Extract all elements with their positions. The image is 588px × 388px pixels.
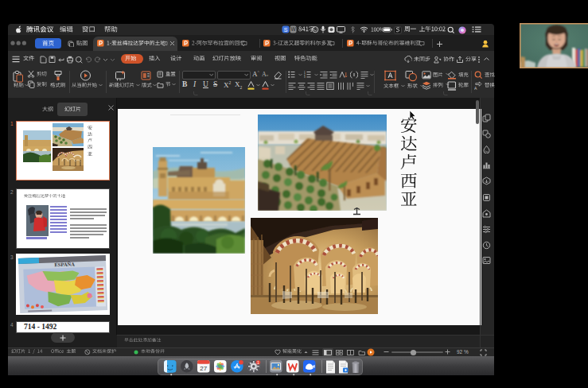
svg-text:W: W xyxy=(290,26,296,32)
svg-text:3: 3 xyxy=(304,76,306,79)
svg-text:ESPAÑA: ESPAÑA xyxy=(54,261,75,267)
svg-text:S: S xyxy=(284,27,288,33)
svg-text:A: A xyxy=(474,85,477,90)
svg-text:27: 27 xyxy=(200,365,207,372)
